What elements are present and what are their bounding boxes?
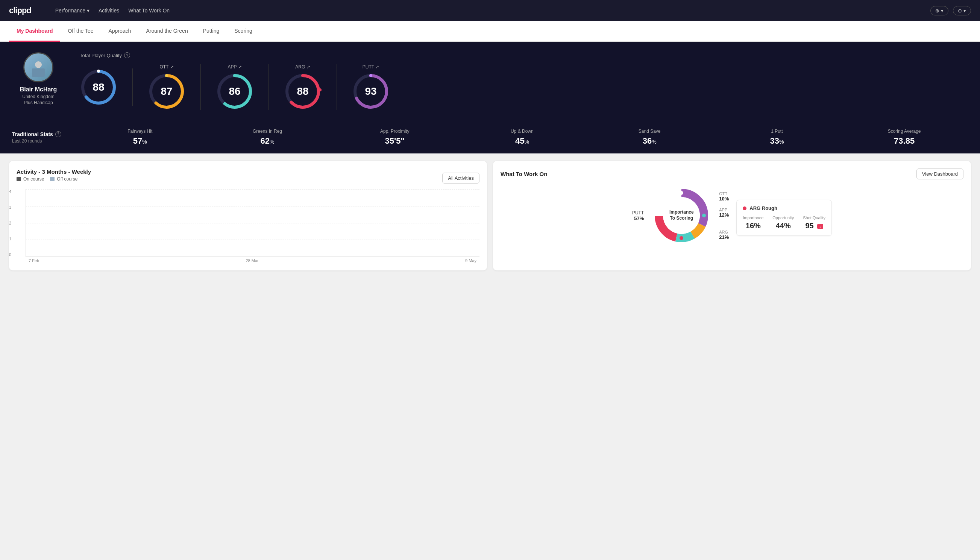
chevron-down-icon: ▾ xyxy=(87,8,90,13)
bar-group xyxy=(179,189,215,257)
stats-label-block: Traditional Stats ? Last 20 rounds xyxy=(12,131,61,144)
gauge-overall: 88 xyxy=(80,68,117,106)
stat-greens-in-reg: Greens In Reg 62% xyxy=(204,128,331,146)
svg-point-11 xyxy=(233,74,236,77)
logo[interactable]: clippd xyxy=(9,6,31,15)
donut-center-text: Importance To Scoring xyxy=(669,210,694,221)
x-axis-labels: 7 Feb 28 Mar 9 May xyxy=(26,257,479,263)
svg-point-14 xyxy=(318,88,321,92)
score-ott: OTT ↗ 87 xyxy=(133,64,201,110)
on-course-dot xyxy=(17,177,21,181)
metric-shot-quality: Shot Quality 95 ↓ xyxy=(803,215,825,230)
hero-section: Blair McHarg United Kingdom Plus Handica… xyxy=(0,42,980,121)
donut-right-labels: OTT 10% APP 12% ARG 21% xyxy=(719,192,729,240)
stat-app-proximity: App. Proximity 35'5" xyxy=(331,128,458,146)
nav-activities[interactable]: Activities xyxy=(98,1,119,20)
top-nav: clippd Performance ▾ Activities What To … xyxy=(0,0,980,21)
stat-fairways-hit: Fairways Hit 57% xyxy=(77,128,204,146)
stat-up-down: Up & Down 45% xyxy=(458,128,586,146)
scores-section: Total Player Quality ? 88 OTT ↗ xyxy=(80,52,968,110)
score-app: APP ↗ 86 xyxy=(201,64,269,110)
score-arg: ARG ↗ 88 xyxy=(269,64,337,110)
score-value-overall: 88 xyxy=(93,81,104,93)
app-label: APP 12% xyxy=(719,208,729,218)
tab-off-the-tee[interactable]: Off the Tee xyxy=(60,21,101,42)
avatar xyxy=(23,52,53,82)
stats-title: Traditional Stats ? xyxy=(12,131,61,137)
donut-left-labels: PUTT 57% xyxy=(632,210,644,221)
bar-group xyxy=(253,189,290,257)
stat-scoring-average: Scoring Average 73.85 xyxy=(840,128,968,146)
player-country: United Kingdom xyxy=(22,94,54,99)
shot-quality-badge: ↓ xyxy=(817,224,823,229)
svg-point-25 xyxy=(679,236,683,240)
gauge-app: 86 xyxy=(216,73,253,110)
bar-group xyxy=(366,189,402,257)
metric-importance: Importance 16% xyxy=(743,215,764,230)
player-handicap: Plus Handicap xyxy=(24,100,53,105)
y-axis-labels: 4 3 2 1 0 xyxy=(9,189,11,257)
nav-performance[interactable]: Performance ▾ xyxy=(55,1,90,20)
stat-sand-save: Sand Save 36% xyxy=(586,128,714,146)
add-button[interactable]: ⊕ ▾ xyxy=(930,6,948,15)
svg-point-5 xyxy=(97,70,100,73)
chevron-down-icon: ▾ xyxy=(963,8,966,13)
bar-group xyxy=(441,189,477,257)
ww-title: What To Work On xyxy=(501,171,547,177)
nav-right: ⊕ ▾ ⊙ ▾ xyxy=(930,6,971,15)
legend-off-course: Off course xyxy=(50,177,77,182)
legend-on-course: On course xyxy=(17,177,44,182)
tab-approach[interactable]: Approach xyxy=(101,21,138,42)
donut-area: PUTT 57% xyxy=(501,185,963,246)
view-dashboard-button[interactable]: View Dashboard xyxy=(917,168,963,179)
activity-chart-card: Activity - 3 Months - Weekly On course O… xyxy=(9,161,487,270)
metric-opportunity: Opportunity 44% xyxy=(772,215,794,230)
detail-metrics: Importance 16% Opportunity 44% Shot Qual… xyxy=(743,215,825,230)
player-name: Blair McHarg xyxy=(20,86,57,93)
svg-point-24 xyxy=(702,213,706,217)
chevron-down-icon: ▾ xyxy=(941,8,943,13)
tab-around-the-green[interactable]: Around the Green xyxy=(138,21,195,42)
score-overall: 88 xyxy=(80,68,133,106)
bar-chart xyxy=(26,189,479,257)
plus-icon: ⊕ xyxy=(935,8,939,13)
bar-group xyxy=(104,189,140,257)
score-label-ott: OTT ↗ xyxy=(160,64,173,70)
bar-group xyxy=(141,189,178,257)
gauge-ott: 87 xyxy=(148,73,185,110)
arg-indicator xyxy=(743,207,747,210)
bar-group xyxy=(291,189,327,257)
nav-what-to-work-on[interactable]: What To Work On xyxy=(128,1,170,20)
score-label-app: APP ↗ xyxy=(228,64,241,70)
tab-scoring[interactable]: Scoring xyxy=(227,21,260,42)
gauge-arg: 88 xyxy=(284,73,321,110)
all-activities-button[interactable]: All Activities xyxy=(442,173,479,183)
tab-bar: My Dashboard Off the Tee Approach Around… xyxy=(0,21,980,42)
scores-grid: 88 OTT ↗ 87 A xyxy=(80,64,968,110)
svg-point-23 xyxy=(679,191,683,195)
score-label-arg: ARG ↗ xyxy=(295,64,310,70)
cards-row: Activity - 3 Months - Weekly On course O… xyxy=(0,153,980,278)
score-putt: PUTT ↗ 93 xyxy=(337,64,404,110)
stats-row: Traditional Stats ? Last 20 rounds Fairw… xyxy=(0,121,980,153)
score-value-putt: 93 xyxy=(365,85,376,97)
svg-point-0 xyxy=(35,61,42,68)
score-value-arg: 88 xyxy=(297,85,308,97)
chart-legend: On course Off course xyxy=(17,177,91,182)
stat-1-putt: 1 Putt 33% xyxy=(714,128,841,146)
tab-putting[interactable]: Putting xyxy=(196,21,227,42)
tab-my-dashboard[interactable]: My Dashboard xyxy=(9,21,60,42)
user-menu-button[interactable]: ⊙ ▾ xyxy=(953,6,971,15)
bar-group xyxy=(403,189,439,257)
ww-header: What To Work On View Dashboard xyxy=(501,168,963,179)
ott-label: OTT 10% xyxy=(719,192,729,202)
chart-title: Activity - 3 Months - Weekly xyxy=(17,168,91,175)
nav-links: Performance ▾ Activities What To Work On xyxy=(55,1,170,20)
chart-header: Activity - 3 Months - Weekly On course O… xyxy=(17,168,479,188)
gauge-putt: 93 xyxy=(352,73,389,110)
score-value-ott: 87 xyxy=(161,85,172,97)
svg-point-8 xyxy=(165,74,168,77)
help-icon[interactable]: ? xyxy=(124,52,130,58)
scores-label: Total Player Quality ? xyxy=(80,52,968,58)
stats-help-icon[interactable]: ? xyxy=(55,131,61,137)
